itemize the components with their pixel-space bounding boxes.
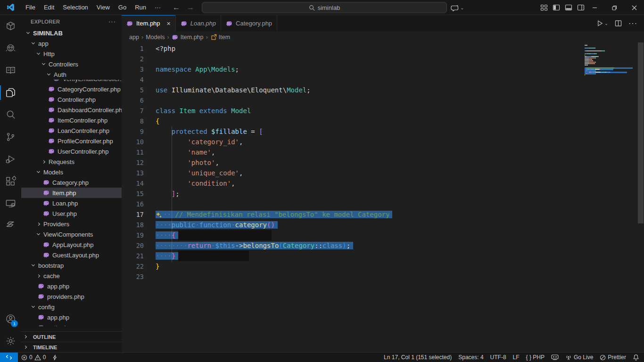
- code-line-14[interactable]: 14 'condition',: [122, 178, 644, 189]
- copilot-status-icon[interactable]: [548, 354, 562, 360]
- remote-indicator[interactable]: [0, 353, 18, 362]
- tree-file-item-php[interactable]: Item.php: [21, 188, 122, 198]
- tree-file-auth-php[interactable]: auth.php: [21, 322, 122, 326]
- menu-go[interactable]: Go: [114, 0, 131, 15]
- menu-file[interactable]: File: [21, 0, 40, 15]
- copilot-sparkle-icon[interactable]: [156, 212, 163, 218]
- tree-folder-view-components[interactable]: View\Components: [21, 229, 122, 239]
- tree-file-dashboardcontroller-php[interactable]: DashboardController.php: [21, 105, 122, 115]
- explorer-icon[interactable]: [0, 82, 21, 104]
- source-control-icon[interactable]: [0, 126, 21, 148]
- search-icon[interactable]: [0, 104, 21, 126]
- tab-loan-php[interactable]: Loan.php: [176, 15, 221, 32]
- tree-folder-app[interactable]: app: [21, 38, 122, 49]
- close-tab-icon[interactable]: ×: [167, 20, 171, 27]
- go-live-button[interactable]: Go Live: [562, 354, 596, 361]
- tree-folder-providers[interactable]: Providers: [21, 219, 122, 229]
- command-center-search[interactable]: siminlab: [202, 2, 447, 13]
- tree-file-app-php[interactable]: app.php: [21, 312, 122, 322]
- toggle-primary-sidebar-icon[interactable]: [553, 4, 560, 11]
- code-line-11[interactable]: 11 'name',: [122, 147, 644, 157]
- tree-folder-auth[interactable]: Auth: [21, 69, 122, 80]
- tree-file-itemcontroller-php[interactable]: ItemController.php: [21, 115, 122, 125]
- toggle-panel-icon[interactable]: [565, 4, 572, 11]
- restore-button[interactable]: [604, 0, 624, 15]
- container-tools-icon[interactable]: [0, 15, 21, 37]
- tree-file-usercontroller-php[interactable]: UserController.php: [21, 146, 122, 156]
- code-line-23[interactable]: 23: [122, 272, 644, 282]
- tab-category-php[interactable]: Category.php: [221, 15, 277, 32]
- code-line-2[interactable]: 2: [122, 54, 644, 64]
- close-button[interactable]: [624, 0, 644, 15]
- code-line-3[interactable]: 3namespace App\Models;: [122, 64, 644, 74]
- forward-arrow-icon[interactable]: →: [187, 3, 194, 12]
- settings-gear-icon[interactable]: [0, 330, 21, 352]
- tree-folder-config[interactable]: config: [21, 302, 122, 312]
- indentation[interactable]: Spaces: 4: [455, 354, 487, 361]
- docs-book-icon[interactable]: [0, 59, 21, 82]
- encoding[interactable]: UTF-8: [487, 354, 510, 361]
- ai-assistant-icon[interactable]: [0, 37, 21, 59]
- timeline-panel[interactable]: TIMELINE: [21, 342, 122, 352]
- cursor-position[interactable]: Ln 17, Col 1 (151 selected): [380, 354, 455, 361]
- code-area[interactable]: 1<?php23namespace App\Models;45use Illum…: [122, 42, 644, 352]
- explorer-actions-icon[interactable]: ···: [108, 18, 116, 25]
- copilot-menu[interactable]: ⌄: [451, 0, 464, 15]
- tree-folder-models[interactable]: Models: [21, 167, 122, 177]
- code-line-13[interactable]: 13 'unique_code',: [122, 168, 644, 178]
- code-line-1[interactable]: 1<?php: [122, 43, 644, 54]
- thunder-status-icon[interactable]: [49, 353, 61, 362]
- eol-sequence[interactable]: LF: [510, 354, 523, 361]
- laravel-extension-icon[interactable]: [0, 214, 21, 237]
- tree-file-applayout-php[interactable]: AppLayout.php: [21, 239, 122, 250]
- breadcrumb-item-item-php[interactable]: Item.php: [172, 34, 204, 41]
- prettier-status[interactable]: Prettier: [596, 354, 629, 361]
- tree-file-loan-php[interactable]: Loan.php: [21, 198, 122, 208]
- breadcrumb-item-item[interactable]: Item: [210, 34, 230, 41]
- menu-[interactable]: ···: [150, 0, 165, 15]
- tree-folder-http[interactable]: Http: [21, 49, 122, 59]
- menu-edit[interactable]: Edit: [40, 0, 58, 15]
- tree-file-guestlayout-php[interactable]: GuestLayout.php: [21, 250, 122, 260]
- code-line-9[interactable]: 9 protected $fillable = [: [122, 126, 644, 137]
- code-line-19[interactable]: 19····{: [122, 230, 644, 240]
- accounts-icon[interactable]: 1: [0, 308, 21, 330]
- outline-panel[interactable]: OUTLINE: [21, 331, 122, 342]
- tree-folder-siminlab[interactable]: SIMINLAB: [21, 28, 122, 38]
- problems-status[interactable]: 0 0: [18, 353, 49, 362]
- tree-file-verifyemailcontroller-php[interactable]: VerifyEmailController.php: [21, 80, 122, 84]
- code-line-12[interactable]: 12 'photo',: [122, 157, 644, 168]
- minimize-button[interactable]: [585, 0, 604, 15]
- split-editor-icon[interactable]: [615, 20, 622, 27]
- code-line-4[interactable]: 4: [122, 74, 644, 85]
- menu-run[interactable]: Run: [131, 0, 150, 15]
- tree-file-user-php[interactable]: User.php: [21, 208, 122, 219]
- code-line-18[interactable]: 18····public·function·category(): [122, 220, 644, 230]
- code-line-5[interactable]: 5use Illuminate\Database\Eloquent\Model;: [122, 85, 644, 95]
- menu-selection[interactable]: Selection: [58, 0, 92, 15]
- tab-item-php[interactable]: Item.php×: [122, 15, 176, 32]
- code-line-20[interactable]: 20········return·$this->belongsTo(Catego…: [122, 240, 644, 251]
- customize-layout-icon[interactable]: [540, 4, 548, 11]
- code-line-21[interactable]: 21····}: [122, 251, 644, 261]
- language-mode[interactable]: { } PHP: [523, 354, 548, 361]
- tree-file-profilecontroller-php[interactable]: ProfileController.php: [21, 136, 122, 146]
- scrollbar-slider[interactable]: [638, 42, 644, 223]
- run-and-debug-icon[interactable]: [0, 148, 21, 170]
- tree-file-providers-php[interactable]: providers.php: [21, 291, 122, 302]
- tree-folder-cache[interactable]: cache: [21, 271, 122, 281]
- tree-folder-bootstrap[interactable]: bootstrap: [21, 260, 122, 271]
- tree-file-loancontroller-php[interactable]: LoanController.php: [21, 125, 122, 136]
- breadcrumb-item-app[interactable]: app: [129, 34, 139, 41]
- remote-explorer-icon[interactable]: [0, 192, 21, 214]
- tree-file-controller-php[interactable]: Controller.php: [21, 94, 122, 105]
- code-line-7[interactable]: 7class Item extends Model: [122, 106, 644, 116]
- extensions-icon[interactable]: [0, 170, 21, 192]
- toggle-secondary-sidebar-icon[interactable]: [577, 4, 585, 11]
- menu-view[interactable]: View: [92, 0, 114, 15]
- more-actions-icon[interactable]: ···: [628, 19, 637, 28]
- tree-file-categorycontroller-php[interactable]: CategoryController.php: [21, 84, 122, 94]
- tree-folder-requests[interactable]: Requests: [21, 156, 122, 167]
- back-arrow-icon[interactable]: ←: [173, 3, 180, 12]
- editor-scrollbar[interactable]: [637, 42, 644, 352]
